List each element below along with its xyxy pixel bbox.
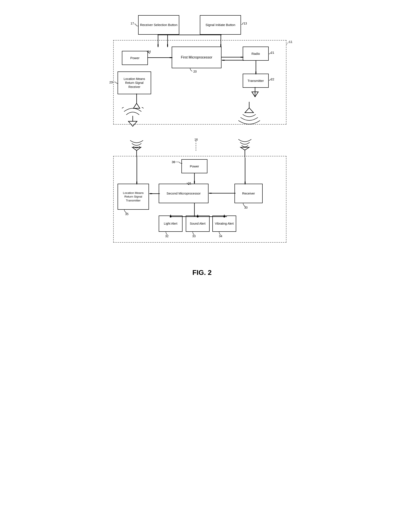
diagram-area: Receiver Selection Button Signal Initiat… xyxy=(105,9,299,264)
waves-top-right xyxy=(238,102,260,126)
ref-23-line xyxy=(111,82,119,85)
arrow-rsb-to-fmp xyxy=(158,34,158,47)
arrow-fmp-to-radio xyxy=(221,57,244,58)
arrow-antenna-br-to-receiver xyxy=(245,158,246,185)
antenna-bottom-left xyxy=(130,139,143,158)
dashed-connector-16 xyxy=(196,141,196,152)
ref-21-line xyxy=(268,53,273,55)
arrow-smp-to-alerts xyxy=(194,203,195,217)
svg-marker-33 xyxy=(245,181,246,185)
ref-20-line xyxy=(189,68,196,72)
arrow-smp-to-lmrst xyxy=(149,193,160,194)
ref-35-line xyxy=(123,210,129,214)
power-bottom-box: Power xyxy=(181,159,208,173)
arrow-h-top xyxy=(158,34,200,35)
receiver-selection-button-box: Receiver Selection Button xyxy=(138,15,179,35)
junction-vibrating xyxy=(223,216,225,218)
svg-point-46 xyxy=(170,216,171,218)
svg-marker-37 xyxy=(136,181,137,185)
arrow-fmp-down xyxy=(167,34,168,47)
svg-marker-31 xyxy=(208,193,212,194)
arrow-power-bottom xyxy=(194,173,195,184)
svg-marker-12 xyxy=(221,60,225,61)
junction-sound xyxy=(197,216,199,218)
antenna-top-left xyxy=(130,94,143,109)
arrow-sib-to-fmp xyxy=(221,34,221,47)
ref-11-line xyxy=(286,41,291,45)
arrow-power-to-fmp xyxy=(148,57,173,58)
ref-30-line xyxy=(242,203,247,207)
svg-marker-35 xyxy=(149,193,152,194)
svg-marker-8 xyxy=(170,57,173,58)
arrow-receiver-to-smp xyxy=(208,193,236,194)
ref-33-line xyxy=(192,232,196,236)
svg-point-47 xyxy=(197,216,199,218)
svg-point-48 xyxy=(223,216,225,218)
ref-17-line xyxy=(133,24,139,28)
receiver-box: Receiver xyxy=(234,184,263,203)
junction-light xyxy=(170,216,171,218)
first-microprocessor-box: First Microprocessor xyxy=(172,47,221,68)
svg-marker-14 xyxy=(255,71,256,75)
location-means-transmitter-box: Location Means Return Signal Transmitter xyxy=(118,184,149,210)
svg-marker-50 xyxy=(167,44,168,47)
light-alert-box: Light Alert xyxy=(159,216,183,232)
figure-label: FIG. 2 xyxy=(105,269,299,277)
arrow-alerts-h xyxy=(170,216,227,217)
arrow-radio-to-fmp xyxy=(221,60,244,61)
svg-marker-10 xyxy=(240,57,244,58)
radio-box: Radio xyxy=(243,47,269,61)
antenna-top-right xyxy=(249,87,262,102)
waves-top-left xyxy=(122,107,144,127)
page-container: Receiver Selection Button Signal Initiat… xyxy=(105,4,299,285)
arrow-radio-to-transmitter xyxy=(255,61,256,75)
arrow-antenna-bl-to-lmrst xyxy=(136,157,137,185)
antenna-bottom-right xyxy=(238,138,251,158)
ref-24-line xyxy=(146,51,151,54)
svg-marker-19 xyxy=(128,121,137,126)
ref-13-line xyxy=(241,23,245,26)
ref-31-line xyxy=(186,183,191,186)
sound-alert-box: Sound Alert xyxy=(186,216,210,232)
svg-marker-22 xyxy=(245,108,253,113)
transmitter-box: Transmitter xyxy=(243,74,269,88)
svg-marker-5 xyxy=(221,44,221,47)
svg-marker-26 xyxy=(240,147,249,150)
location-means-receiver-box: Location Means Return Signal Receiver xyxy=(118,71,151,94)
svg-marker-2 xyxy=(158,44,158,47)
ref-32-line xyxy=(165,232,169,236)
ref-36-line xyxy=(173,162,183,165)
power-top-box: Power xyxy=(122,51,148,65)
ref-34-line xyxy=(218,232,222,236)
arrow-h-top2 xyxy=(200,34,221,35)
ref-22-line xyxy=(268,79,273,82)
svg-line-0 xyxy=(286,41,290,45)
second-microprocessor-box: Second Microprocessor xyxy=(159,184,208,203)
vibrating-alert-box: Vibrating Alert xyxy=(212,216,236,232)
signal-initiate-button-box: Signal Initiate Button xyxy=(200,15,241,35)
